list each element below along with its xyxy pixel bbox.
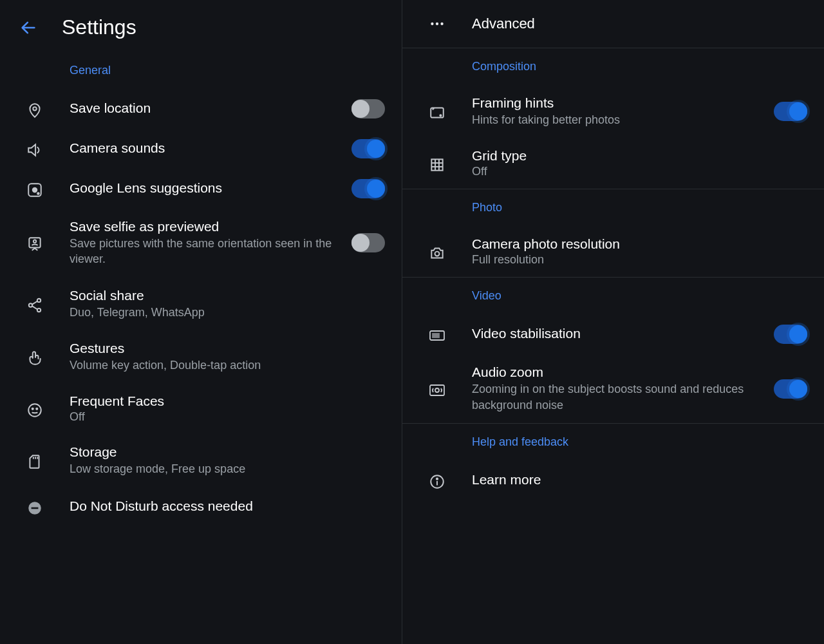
- row-subtitle: Save pictures with the same orientation …: [70, 236, 333, 267]
- svg-point-22: [440, 23, 443, 25]
- row-title: Frequent Faces: [70, 393, 385, 409]
- row-title: Social share: [70, 288, 385, 303]
- row-learn-more[interactable]: Learn more: [402, 460, 824, 500]
- row-video-stabilisation[interactable]: Video stabilisation: [402, 314, 824, 354]
- row-framing-hints[interactable]: Framing hints Hints for taking better ph…: [402, 85, 824, 138]
- lens-icon: [18, 179, 52, 198]
- svg-point-12: [28, 404, 41, 417]
- settings-pane: Settings General Save location Camera so…: [0, 0, 402, 644]
- arrow-left-icon: [19, 19, 37, 37]
- row-title: Learn more: [472, 472, 807, 488]
- row-save-location[interactable]: Save location: [0, 89, 402, 129]
- row-value: Off: [472, 165, 807, 178]
- svg-point-3: [33, 188, 37, 193]
- svg-rect-32: [433, 334, 439, 337]
- sd-card-icon: [18, 451, 52, 470]
- row-gestures[interactable]: Gestures Volume key action, Double-tap a…: [0, 330, 402, 383]
- svg-point-24: [440, 115, 441, 116]
- row-subtitle: Zooming in on the subject boosts sound a…: [472, 381, 756, 413]
- row-title: Grid type: [472, 148, 807, 164]
- share-icon: [18, 294, 52, 314]
- row-value: Full resolution: [472, 253, 807, 267]
- video-icon: [420, 326, 454, 343]
- row-grid-type[interactable]: Grid type Off: [402, 138, 824, 189]
- grid-icon: [420, 154, 454, 173]
- row-subtitle: Hints for taking better photos: [472, 112, 756, 128]
- section-photo: Photo: [402, 189, 824, 226]
- row-title: Camera photo resolution: [472, 236, 807, 252]
- section-help: Help and feedback: [402, 424, 824, 460]
- toggle-camera-sounds[interactable]: [351, 139, 385, 158]
- more-horizontal-icon: [420, 15, 454, 32]
- svg-point-4: [37, 193, 39, 194]
- advanced-title: Advanced: [472, 15, 535, 32]
- row-audio-zoom[interactable]: Audio zoom Zooming in on the subject boo…: [402, 354, 824, 423]
- row-photo-resolution[interactable]: Camera photo resolution Full resolution: [402, 226, 824, 277]
- row-title: Framing hints: [472, 95, 756, 111]
- svg-point-34: [435, 388, 439, 392]
- svg-line-11: [32, 306, 38, 309]
- gesture-icon: [18, 347, 52, 366]
- section-composition: Composition: [402, 48, 824, 85]
- toggle-save-location[interactable]: [351, 99, 385, 118]
- row-title: Save selfie as previewed: [70, 219, 333, 234]
- toggle-video-stabilisation[interactable]: [774, 325, 807, 344]
- row-title: Video stabilisation: [472, 326, 756, 341]
- row-value: Off: [70, 410, 385, 424]
- selfie-icon: [18, 233, 52, 252]
- advanced-header[interactable]: Advanced: [402, 0, 824, 48]
- row-title: Google Lens suggestions: [70, 180, 333, 196]
- face-icon: [18, 399, 52, 419]
- svg-point-21: [436, 23, 438, 25]
- settings-header: Settings: [0, 0, 402, 52]
- toggle-save-selfie[interactable]: [351, 233, 385, 252]
- svg-point-20: [431, 23, 433, 25]
- row-social-share[interactable]: Social share Duo, Telegram, WhatsApp: [0, 278, 402, 330]
- row-camera-sounds[interactable]: Camera sounds: [0, 129, 402, 169]
- svg-point-37: [436, 478, 438, 479]
- row-subtitle: Duo, Telegram, WhatsApp: [70, 305, 385, 320]
- row-title: Storage: [70, 444, 385, 460]
- row-storage[interactable]: Storage Low storage mode, Free up space: [0, 434, 402, 487]
- svg-point-13: [32, 408, 33, 409]
- do-not-disturb-icon: [18, 497, 52, 516]
- row-lens-suggestions[interactable]: Google Lens suggestions: [0, 169, 402, 209]
- sound-icon: [18, 139, 52, 158]
- row-title: Do Not Disturb access needed: [70, 498, 385, 514]
- toggle-audio-zoom[interactable]: [774, 379, 807, 399]
- section-general: General: [0, 52, 402, 89]
- svg-point-6: [33, 240, 36, 243]
- row-subtitle: Volume key action, Double-tap action: [70, 357, 385, 373]
- audio-zoom-icon: [420, 380, 454, 398]
- svg-point-1: [33, 107, 36, 110]
- svg-point-30: [435, 251, 440, 256]
- row-title: Gestures: [70, 341, 385, 356]
- row-frequent-faces[interactable]: Frequent Faces Off: [0, 383, 402, 434]
- row-title: Save location: [70, 100, 333, 116]
- row-title: Camera sounds: [70, 140, 333, 156]
- row-dnd-access[interactable]: Do Not Disturb access needed: [0, 487, 402, 527]
- svg-line-10: [32, 301, 38, 304]
- row-subtitle: Low storage mode, Free up space: [70, 461, 385, 477]
- camera-icon: [420, 242, 454, 261]
- row-title: Audio zoom: [472, 365, 756, 380]
- frame-icon: [420, 102, 454, 121]
- location-icon: [18, 99, 52, 118]
- row-save-selfie[interactable]: Save selfie as previewed Save pictures w…: [0, 209, 402, 278]
- svg-rect-25: [431, 159, 442, 170]
- advanced-pane: Advanced Composition Framing hints Hints…: [402, 0, 824, 644]
- svg-point-14: [36, 408, 37, 409]
- toggle-lens-suggestions[interactable]: [351, 179, 385, 198]
- toggle-framing-hints[interactable]: [774, 102, 807, 121]
- info-icon: [420, 471, 454, 490]
- section-video: Video: [402, 278, 824, 314]
- back-button[interactable]: [18, 17, 39, 38]
- page-title: Settings: [62, 15, 136, 39]
